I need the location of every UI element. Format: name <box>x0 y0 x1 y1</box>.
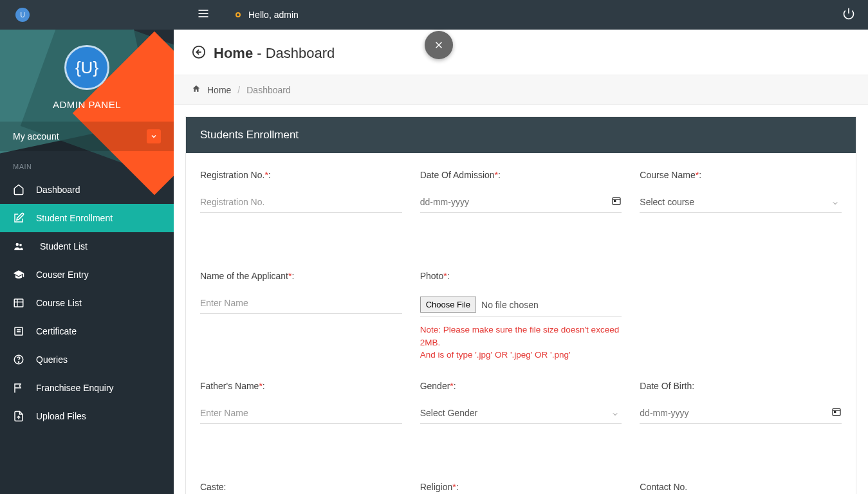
svg-rect-8 <box>14 299 23 307</box>
registration-input[interactable] <box>200 192 402 213</box>
card-title: Students Enrollment <box>186 117 856 153</box>
photo-label: Photo*: <box>420 271 622 281</box>
nav-label: Upload Files <box>36 411 86 421</box>
nav-label: Couser Entry <box>36 270 89 280</box>
svg-point-7 <box>19 244 22 246</box>
breadcrumb-current: Dashboard <box>246 85 291 95</box>
my-account-label: My account <box>13 131 59 142</box>
nav-label: Student List <box>40 241 88 252</box>
dob-input[interactable] <box>640 403 831 423</box>
enrollment-card: Students Enrollment Registration No.*: D… <box>185 116 856 494</box>
users-icon <box>13 241 26 252</box>
flag-icon <box>13 382 26 394</box>
graduation-icon <box>13 269 26 280</box>
svg-rect-23 <box>834 410 836 412</box>
nav-label: Course List <box>36 298 82 308</box>
file-note: Note: Please make sure the file size doe… <box>420 324 622 361</box>
svg-point-15 <box>18 361 19 362</box>
nav-label: Queries <box>36 354 68 365</box>
page-title: Home - Dashboard <box>214 45 335 62</box>
nav-queries[interactable]: Queries <box>0 345 174 374</box>
doa-label: Date Of Admission*: <box>420 170 622 180</box>
sidebar: {U} ADMIN PANEL My account MAIN Dashboar… <box>0 30 174 494</box>
help-icon <box>13 354 26 365</box>
brand-logo: {U} <box>64 45 109 90</box>
nav-label: Student Enrollment <box>36 213 113 223</box>
father-name-input[interactable] <box>200 403 402 424</box>
calendar-icon[interactable] <box>611 196 622 208</box>
greeting-text: Hello, admin <box>248 10 299 20</box>
nav-dashboard[interactable]: Dashboard <box>0 176 174 204</box>
caste-label: Caste: <box>200 482 402 492</box>
reg-label: Registration No.*: <box>200 170 402 180</box>
list-icon <box>13 297 26 309</box>
svg-point-6 <box>16 243 19 246</box>
date-of-admission-input[interactable] <box>420 192 612 212</box>
nav-student-enrollment[interactable]: Student Enrollment <box>0 204 174 232</box>
breadcrumb-home[interactable]: Home <box>207 85 231 95</box>
my-account-toggle[interactable]: My account <box>0 122 174 151</box>
certificate-icon <box>13 325 26 337</box>
dob-label: Date Of Birth: <box>640 381 842 391</box>
gender-select[interactable]: Select Gender <box>420 403 622 424</box>
breadcrumb-separator: / <box>237 85 240 95</box>
nav-upload-files[interactable]: Upload Files <box>0 402 174 430</box>
nav-certificate[interactable]: Certificate <box>0 317 174 345</box>
edit-icon <box>13 212 26 224</box>
applicant-name-label: Name of the Applicant*: <box>200 271 402 281</box>
power-button[interactable] <box>842 7 855 23</box>
app-logo: U <box>15 8 30 22</box>
course-select[interactable]: Select course <box>640 192 842 213</box>
sidebar-nav: Dashboard Student Enrollment Student Lis… <box>0 176 174 430</box>
nav-student-list[interactable]: Student List <box>0 232 174 261</box>
course-label: Course Name*: <box>640 170 842 180</box>
home-icon <box>192 84 201 95</box>
nav-label: Certificate <box>36 326 77 336</box>
nav-franchisee-enquiry[interactable]: Franchisee Enquiry <box>0 374 174 402</box>
svg-rect-20 <box>614 200 616 202</box>
sidebar-header: {U} ADMIN PANEL <box>0 30 174 122</box>
nav-label: Franchisee Enquiry <box>36 383 114 393</box>
father-name-label: Father's Name*: <box>200 381 402 391</box>
nav-course-list[interactable]: Course List <box>0 289 174 317</box>
religion-label: Religion*: <box>420 482 622 492</box>
status-dot-icon <box>235 12 241 17</box>
nav-course-entry[interactable]: Couser Entry <box>0 261 174 289</box>
topbar: U Hello, admin <box>0 0 868 30</box>
applicant-name-input[interactable] <box>200 293 402 314</box>
nav-label: Dashboard <box>36 185 80 195</box>
main-content: Home - Dashboard Home / Dashboard Studen… <box>174 30 868 494</box>
svg-rect-19 <box>613 197 620 205</box>
menu-toggle-icon[interactable] <box>197 7 210 23</box>
page-header: Home - Dashboard <box>174 30 868 75</box>
gender-label: Gender*: <box>420 381 622 391</box>
home-icon <box>13 184 26 196</box>
choose-file-button[interactable]: Choose File <box>420 297 476 313</box>
admin-panel-label: ADMIN PANEL <box>0 99 174 110</box>
upload-icon <box>13 410 26 422</box>
breadcrumb: Home / Dashboard <box>174 75 868 105</box>
contact-label: Contact No. <box>640 482 842 492</box>
back-button[interactable] <box>192 45 206 62</box>
file-chosen-text: No file chosen <box>481 300 539 310</box>
close-fab[interactable] <box>425 31 453 59</box>
chevron-down-icon <box>147 129 161 143</box>
sidebar-section-main: MAIN <box>0 151 174 176</box>
svg-rect-22 <box>833 408 840 416</box>
calendar-icon[interactable] <box>831 407 842 419</box>
